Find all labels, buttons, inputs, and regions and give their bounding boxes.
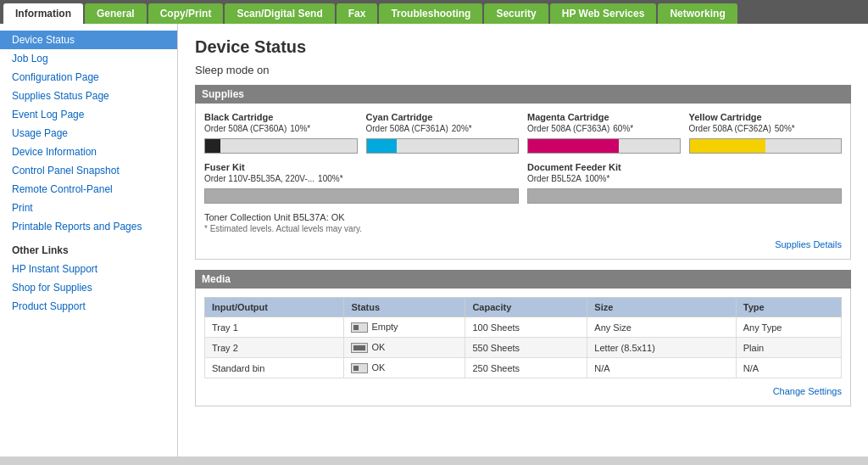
status-icon xyxy=(351,322,368,333)
media-col-size: Size xyxy=(587,298,736,317)
tab-general[interactable]: General xyxy=(85,3,147,24)
media-col-status: Status xyxy=(344,298,465,317)
supply-name: Magenta Cartridge xyxy=(527,112,681,122)
sidebar-item-remote-control-panel[interactable]: Remote Control-Panel xyxy=(0,180,177,199)
supplies-details-link[interactable]: Supplies Details xyxy=(204,238,842,250)
supply-bar xyxy=(528,139,619,153)
sidebar-item-supplies-status-page[interactable]: Supplies Status Page xyxy=(0,87,177,105)
supply-name: Yellow Cartridge xyxy=(689,112,843,122)
top-nav: InformationGeneralCopy/PrintScan/Digital… xyxy=(0,0,868,24)
change-settings-anchor[interactable]: Change Settings xyxy=(773,386,842,396)
sidebar-item-usage-page[interactable]: Usage Page xyxy=(0,124,177,143)
media-capacity: 550 Sheets xyxy=(465,338,587,358)
estimated-note: * Estimated levels. Actual levels may va… xyxy=(204,224,842,233)
media-input-output: Tray 1 xyxy=(205,317,344,338)
supply-order-line: Order 508A (CF360A) 10%* xyxy=(204,124,358,137)
supply-bar xyxy=(528,189,841,203)
supply-bar xyxy=(205,139,220,153)
tab-troubleshooting[interactable]: Troubleshooting xyxy=(379,3,482,24)
sidebar-link-product-support[interactable]: Product Support xyxy=(0,297,177,316)
supply-bar xyxy=(367,139,398,153)
sidebar-item-job-log[interactable]: Job Log xyxy=(0,49,177,68)
supply-document-feeder-kit: Document Feeder KitOrder B5L52A 100%* xyxy=(527,162,842,204)
supply-bar-container xyxy=(366,138,520,154)
media-size: N/A xyxy=(587,358,736,378)
supply-order-line: Order 508A (CF362A) 50%* xyxy=(689,124,843,137)
media-input-output: Standard bin xyxy=(205,358,344,378)
sidebar-item-printable-reports-and-pages[interactable]: Printable Reports and Pages xyxy=(0,217,177,236)
media-table-header-row: Input/OutputStatusCapacitySizeType xyxy=(205,298,842,317)
sidebar-item-control-panel-snapshot[interactable]: Control Panel Snapshot xyxy=(0,161,177,180)
supplies-details-anchor[interactable]: Supplies Details xyxy=(775,239,842,249)
supply-order-line: Order 110V-B5L35A, 220V-... 100%* xyxy=(204,174,519,187)
sidebar-link-shop-for-supplies[interactable]: Shop for Supplies xyxy=(0,278,177,297)
supply-bar-container xyxy=(689,138,843,154)
table-row: Standard binOK250 SheetsN/AN/A xyxy=(205,358,842,378)
supply-bar xyxy=(205,189,518,203)
supply-order: Order 508A (CF361A) xyxy=(366,124,448,133)
supply-order: Order 110V-B5L35A, 220V-... xyxy=(204,174,314,183)
supplies-section: Supplies Black CartridgeOrder 508A (CF36… xyxy=(195,85,851,260)
supply-bar-container xyxy=(204,138,358,154)
sidebar-item-event-log-page[interactable]: Event Log Page xyxy=(0,105,177,124)
tab-scan-digital-send[interactable]: Scan/Digital Send xyxy=(225,3,334,24)
supply-percent: 50%* xyxy=(775,124,795,133)
tab-fax[interactable]: Fax xyxy=(337,3,378,24)
supply-yellow: Yellow CartridgeOrder 508A (CF362A) 50%* xyxy=(689,112,843,154)
tab-copy-print[interactable]: Copy/Print xyxy=(148,3,224,24)
media-capacity: 250 Sheets xyxy=(465,358,587,378)
sidebar-item-print[interactable]: Print xyxy=(0,199,177,217)
sidebar-item-device-status[interactable]: Device Status xyxy=(0,31,177,49)
tab-security[interactable]: Security xyxy=(484,3,548,24)
media-col-input-output: Input/Output xyxy=(205,298,344,317)
supply-order-line: Order 508A (CF361A) 20%* xyxy=(366,124,520,137)
supplies-row2: Fuser KitOrder 110V-B5L35A, 220V-... 100… xyxy=(204,162,842,204)
table-row: Tray 1Empty100 SheetsAny SizeAny Type xyxy=(205,317,842,338)
supply-percent: 20%* xyxy=(452,124,472,133)
media-type: Any Type xyxy=(736,317,841,338)
supply-magenta: Magenta CartridgeOrder 508A (CF363A) 60%… xyxy=(527,112,681,154)
sidebar-item-configuration-page[interactable]: Configuration Page xyxy=(0,68,177,87)
media-body: Input/OutputStatusCapacitySizeType Tray … xyxy=(195,289,851,406)
sidebar-item-device-information[interactable]: Device Information xyxy=(0,143,177,161)
media-type: Plain xyxy=(736,338,841,358)
supply-name: Document Feeder Kit xyxy=(527,162,842,172)
main-layout: Device StatusJob LogConfiguration PageSu… xyxy=(0,24,868,457)
change-settings-link[interactable]: Change Settings xyxy=(204,385,842,397)
sidebar-link-hp-instant-support[interactable]: HP Instant Support xyxy=(0,260,177,278)
sleep-mode-status: Sleep mode on xyxy=(195,64,851,76)
media-type: N/A xyxy=(736,358,841,378)
media-status: OK xyxy=(344,338,465,358)
tab-hp-web-services[interactable]: HP Web Services xyxy=(550,3,657,24)
supply-bar-container xyxy=(204,188,519,204)
supply-percent: 100%* xyxy=(318,174,342,183)
toner-collection-status: Toner Collection Unit B5L37A: OK xyxy=(204,212,842,222)
supply-order-line: Order B5L52A 100%* xyxy=(527,174,842,187)
supply-name: Cyan Cartridge xyxy=(366,112,520,122)
supply-name: Black Cartridge xyxy=(204,112,358,122)
supply-percent: 100%* xyxy=(585,174,609,183)
supply-order: Order 508A (CF363A) xyxy=(527,124,609,133)
media-table-body: Tray 1Empty100 SheetsAny SizeAny TypeTra… xyxy=(205,317,842,378)
supply-percent: 60%* xyxy=(613,124,633,133)
supplies-grid: Black CartridgeOrder 508A (CF360A) 10%*C… xyxy=(204,112,842,154)
supplies-body: Black CartridgeOrder 508A (CF360A) 10%*C… xyxy=(195,104,851,260)
media-capacity: 100 Sheets xyxy=(465,317,587,338)
supply-bar-container xyxy=(527,188,842,204)
media-status: Empty xyxy=(344,317,465,338)
content-area: Device Status Sleep mode on Supplies Bla… xyxy=(178,24,868,457)
media-header: Media xyxy=(195,270,851,289)
sidebar-other-links-label: Other Links xyxy=(0,236,177,260)
media-size: Any Size xyxy=(587,317,736,338)
tab-information[interactable]: Information xyxy=(3,3,83,24)
media-col-capacity: Capacity xyxy=(465,298,587,317)
page-title: Device Status xyxy=(195,37,851,57)
supply-order: Order 508A (CF362A) xyxy=(689,124,771,133)
supply-cyan: Cyan CartridgeOrder 508A (CF361A) 20%* xyxy=(366,112,520,154)
tab-networking[interactable]: Networking xyxy=(658,3,737,24)
media-col-type: Type xyxy=(736,298,841,317)
supply-name: Fuser Kit xyxy=(204,162,519,172)
status-icon xyxy=(351,343,368,353)
media-status: OK xyxy=(344,358,465,378)
supply-order: Order B5L52A xyxy=(527,174,581,183)
